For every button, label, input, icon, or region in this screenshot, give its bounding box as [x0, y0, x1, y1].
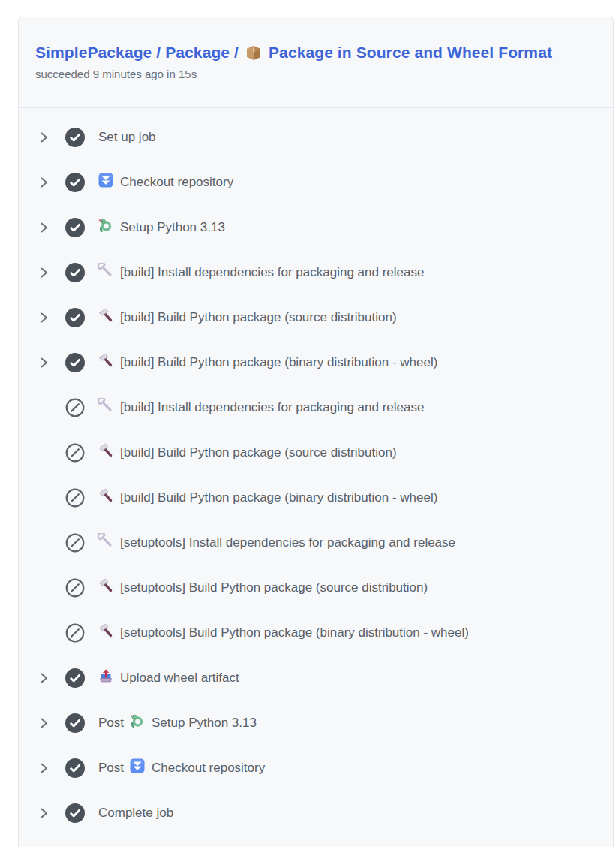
step-row: [build] Build Python package (source dis… [19, 430, 613, 475]
step-row[interactable]: Setup Python 3.13 [19, 205, 613, 250]
python-icon [130, 713, 145, 728]
expand-chevron-icon[interactable] [41, 312, 50, 323]
status-success-icon [65, 668, 85, 688]
run-title-link[interactable]: SimplePackage / Package / Package in Sou… [35, 42, 596, 63]
step-label: Complete job [98, 805, 173, 821]
step-label: [build] Build Python package (binary dis… [120, 354, 437, 371]
step-prefix: Post [98, 760, 124, 776]
run-breadcrumb[interactable]: SimplePackage / Package / [35, 42, 239, 63]
job-run-panel: SimplePackage / Package / Package in Sou… [18, 17, 614, 847]
step-label: [build] Build Python package (source dis… [120, 445, 397, 461]
step-label: [setuptools] Install dependencies for pa… [120, 535, 455, 551]
step-row: [build] Install dependencies for packagi… [19, 385, 613, 430]
run-name[interactable]: Package in Source and Wheel Format [269, 42, 552, 63]
expand-chevron-icon[interactable] [41, 267, 50, 278]
step-label: [build] Build Python package (binary dis… [120, 490, 437, 506]
hammer-icon [98, 443, 113, 458]
step-row[interactable]: [build] Build Python package (source dis… [19, 295, 613, 340]
checkout-icon [98, 173, 113, 188]
expand-chevron-icon[interactable] [41, 222, 50, 233]
wrench-icon [98, 263, 113, 278]
status-skipped-icon [65, 407, 85, 420]
expand-chevron-icon[interactable] [41, 763, 50, 773]
expand-chevron-icon[interactable] [41, 357, 50, 368]
status-success-icon [65, 128, 85, 147]
status-skipped-icon [65, 452, 85, 465]
wrench-icon [98, 533, 113, 548]
steps-list: Set up job Checkout repository [19, 108, 613, 836]
run-header: SimplePackage / Package / Package in Sou… [19, 17, 613, 108]
status-success-icon [65, 263, 85, 282]
expand-chevron-icon[interactable] [41, 718, 50, 728]
step-label: Upload wheel artifact [120, 670, 239, 686]
step-row: [build] Build Python package (binary dis… [19, 475, 613, 520]
status-skipped-icon [65, 632, 85, 645]
python-icon [98, 218, 113, 233]
step-label: [build] Install dependencies for packagi… [120, 399, 424, 416]
hammer-icon [98, 353, 113, 368]
status-success-icon [65, 353, 85, 372]
status-success-icon [65, 803, 85, 823]
step-row[interactable]: Checkout repository [19, 160, 613, 205]
step-row[interactable]: Post Checkout repository [19, 746, 613, 791]
step-label: [build] Install dependencies for packagi… [120, 264, 424, 281]
step-label: [setuptools] Build Python package (binar… [120, 625, 469, 641]
status-success-icon [65, 713, 85, 733]
step-label: [build] Build Python package (source dis… [120, 309, 397, 326]
status-success-icon [65, 173, 85, 192]
status-success-icon [65, 758, 85, 778]
step-row[interactable]: Post Setup Python 3.13 [19, 701, 613, 746]
step-label: Checkout repository [120, 174, 233, 191]
hammer-icon [98, 308, 113, 323]
step-row[interactable]: Upload wheel artifact [19, 656, 613, 701]
step-prefix: Post [98, 715, 124, 731]
hammer-icon [98, 578, 113, 593]
step-label: Setup Python 3.13 [152, 715, 257, 731]
wrench-icon [98, 398, 113, 413]
step-label: Set up job [98, 129, 156, 146]
step-label: Checkout repository [152, 760, 265, 776]
expand-chevron-icon[interactable] [41, 808, 50, 818]
step-row[interactable]: Complete job [19, 791, 613, 836]
hammer-icon [98, 488, 113, 503]
step-row[interactable]: Set up job [19, 115, 613, 160]
status-skipped-icon [65, 497, 85, 510]
step-row[interactable]: [build] Install dependencies for packagi… [19, 250, 613, 295]
checkout-icon [130, 758, 145, 773]
status-success-icon [65, 218, 85, 237]
step-label: [setuptools] Build Python package (sourc… [120, 580, 428, 596]
step-label: Setup Python 3.13 [120, 219, 225, 236]
expand-chevron-icon[interactable] [41, 132, 50, 143]
step-row: [setuptools] Build Python package (sourc… [19, 565, 613, 610]
status-skipped-icon [65, 587, 85, 600]
status-skipped-icon [65, 542, 85, 555]
status-success-icon [65, 308, 85, 327]
run-status-line: succeeded 9 minutes ago in 15s [35, 67, 596, 82]
step-row[interactable]: [build] Build Python package (binary dis… [19, 340, 613, 385]
upload-icon [98, 668, 113, 683]
package-icon [245, 44, 263, 62]
expand-chevron-icon[interactable] [41, 673, 50, 683]
expand-chevron-icon[interactable] [41, 177, 50, 188]
hammer-icon [98, 623, 113, 638]
step-row: [setuptools] Build Python package (binar… [19, 610, 613, 656]
step-row: [setuptools] Install dependencies for pa… [19, 520, 613, 565]
